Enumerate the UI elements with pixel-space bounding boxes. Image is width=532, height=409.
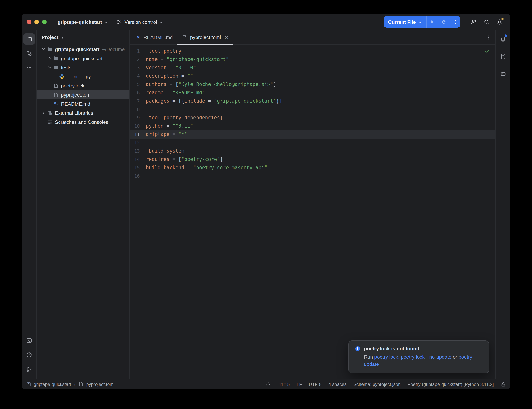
code-line[interactable]: 13[build-system] [130,147,495,155]
tree-item-griptape-quickstart[interactable]: griptape-quickstart~/Docume [37,45,129,54]
structure-tool-button[interactable] [23,48,35,59]
close-tab-icon[interactable]: ✕ [225,35,228,40]
tree-item-external-libraries[interactable]: External Libraries [37,108,129,117]
code-line[interactable]: 8 [130,105,495,114]
code-editor[interactable]: 1[tool.poetry]2name = "griptape-quicksta… [130,45,495,379]
run-button[interactable] [426,16,438,28]
tree-item-tests[interactable]: tests [37,63,129,72]
problems-tool-button[interactable] [23,349,35,361]
code-line[interactable]: 16 [130,172,495,180]
line-number: 15 [130,164,146,172]
zoom-window-button[interactable] [42,20,46,24]
tree-item--init-py[interactable]: __init__.py [37,72,129,81]
poetry-lock-link[interactable]: poetry lock [374,354,398,360]
code-line[interactable]: 1[tool.poetry] [130,47,495,55]
vcs-tool-button[interactable] [23,363,35,375]
left-toolbar [22,30,37,379]
minimize-window-button[interactable] [35,20,39,24]
markdown-icon: M↓ [53,102,59,106]
line-text: name = "griptape-quickstart" [146,55,229,64]
tab-readme[interactable]: M↓ README.md [132,30,177,44]
debug-button[interactable] [438,16,449,28]
line-text: version = "0.1.0" [146,64,196,72]
library-icon [46,110,53,116]
add-user-button[interactable] [468,16,479,28]
ai-assistant-status-icon[interactable] [266,381,272,387]
database-tool-button[interactable] [497,51,509,62]
chevron-down-icon [61,37,64,38]
chevron-down-icon[interactable] [40,47,46,52]
notifications-button[interactable] [497,33,509,45]
project-panel-title: Project [42,34,58,40]
editor-options-icon[interactable] [482,30,495,44]
poetry-lock-no-update-link[interactable]: poetry lock --no-update [401,354,451,360]
chevron-down-icon[interactable] [46,65,53,70]
file-icon [53,92,59,98]
line-text: [tool.poetry.dependencies] [146,114,223,122]
chevron-down-icon [160,21,163,23]
code-line[interactable]: 12 [130,139,495,147]
lock-icon[interactable] [501,381,506,387]
markdown-icon: M↓ [137,35,141,39]
tree-item-readme-md[interactable]: M↓README.md [37,99,129,108]
run-config-selector[interactable]: Current File [384,16,426,28]
settings-button[interactable] [494,16,505,28]
line-number: 12 [130,139,146,147]
chevron-right-icon[interactable] [46,56,53,61]
notification-text: or [451,354,459,360]
tree-item-label: griptape_quickstart [61,56,103,61]
project-tree: griptape-quickstart~/Documegriptape_quic… [37,44,129,379]
tree-item-pyproject-toml[interactable]: pyproject.toml [37,90,129,99]
code-line[interactable]: 2name = "griptape-quickstart" [130,55,495,64]
line-ending[interactable]: LF [297,381,302,387]
code-line[interactable]: 14requires = ["poetry-core"] [130,155,495,164]
chevron-down-icon [105,21,108,23]
ai-assistant-button[interactable] [497,68,509,80]
interpreter-selector[interactable]: Poetry (griptape-quickstart) [Python 3.1… [407,381,494,387]
code-line[interactable]: 15build-backend = "poetry.core.masonry.a… [130,164,495,172]
close-window-button[interactable] [27,20,31,24]
line-text: griptape = "*" [146,130,187,139]
tab-label: README.md [144,35,173,40]
right-toolbar [495,30,510,379]
code-line[interactable]: 11griptape = "*" [130,130,495,139]
project-selector[interactable]: griptape-quickstart [54,17,111,27]
vcs-widget[interactable]: Version control [113,17,166,27]
run-widget: Current File [384,16,460,28]
tab-pyproject[interactable]: pyproject.toml ✕ [177,30,233,44]
toml-file-icon [182,35,188,40]
code-line[interactable]: 6readme = "README.md" [130,89,495,97]
code-line[interactable]: 3version = "0.1.0" [130,64,495,72]
tree-item-poetry-lock[interactable]: poetry.lock [37,81,129,90]
tree-item-scratches-and-consoles[interactable]: Scratches and Consoles [37,117,129,127]
encoding[interactable]: UTF-8 [309,381,322,387]
terminal-tool-button[interactable] [23,335,35,346]
tree-item-path: ~/Docume [102,46,125,52]
project-tool-button[interactable] [23,33,35,45]
notification-title: poetry.lock is not found [364,346,419,352]
more-tools-button[interactable] [23,62,35,74]
code-line[interactable]: 5authors = ["Kyle Roche <hello@griptape.… [130,80,495,89]
breadcrumb-project[interactable]: griptape-quickstart [34,381,71,387]
caret-position[interactable]: 11:15 [279,381,290,387]
schema-selector[interactable]: Schema: pyproject.json [353,381,401,387]
notification-text: Run [364,354,374,360]
folder-icon [46,46,53,52]
code-line[interactable]: 9[tool.poetry.dependencies] [130,114,495,122]
run-more-button[interactable] [449,16,460,28]
ide-window: griptape-quickstart Version control Curr… [22,14,510,389]
search-everywhere-button[interactable] [481,16,492,28]
code-line[interactable]: 4description = "" [130,72,495,80]
code-line[interactable]: 7packages = [{include = "griptape_quicks… [130,97,495,105]
indent-setting[interactable]: 4 spaces [329,381,347,387]
breadcrumb-file[interactable]: pyproject.toml [86,381,114,387]
info-icon [355,346,360,352]
code-line[interactable]: 10python = "^3.11" [130,122,495,130]
tree-item-griptape-quickstart[interactable]: griptape_quickstart [37,54,129,63]
chevron-right-icon[interactable] [40,111,46,115]
line-number: 16 [130,172,146,180]
tab-label: pyproject.toml [190,35,221,40]
project-panel-header[interactable]: Project [37,30,129,44]
tree-item-label: README.md [61,101,90,107]
inspections-ok-icon[interactable] [485,48,490,55]
